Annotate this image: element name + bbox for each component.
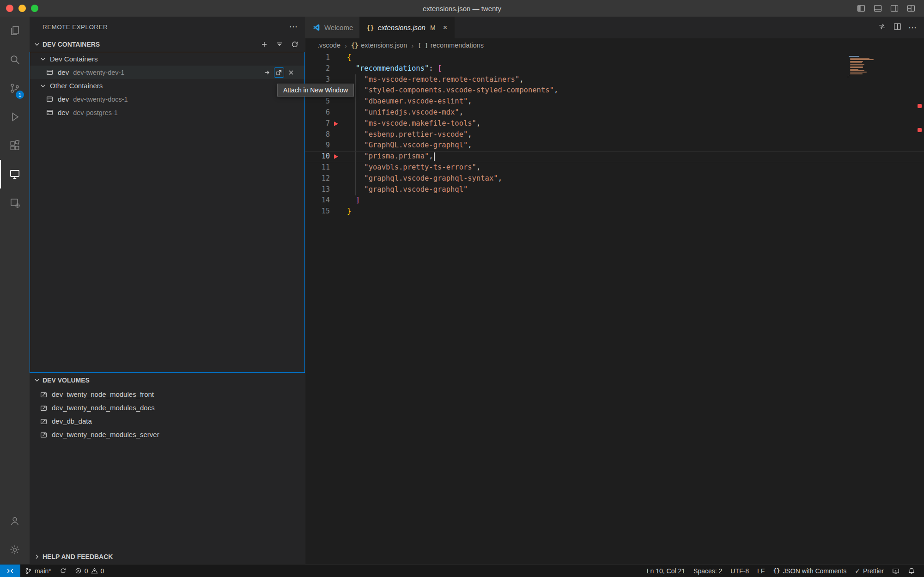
tab-welcome[interactable]: Welcome <box>305 17 360 38</box>
remote-indicator[interactable] <box>0 565 20 577</box>
close-tab-icon[interactable]: × <box>443 24 448 31</box>
indentation-status[interactable]: Spaces: 2 <box>689 567 726 575</box>
stop-container-icon[interactable] <box>286 67 296 78</box>
minimap-line <box>850 66 863 67</box>
volume-row[interactable]: dev_twenty_node_modules_server <box>30 428 305 441</box>
minimap-line <box>848 76 848 77</box>
more-actions-icon[interactable]: ⋯ <box>908 24 917 32</box>
section-dev-volumes-header[interactable]: DEV VOLUMES <box>30 373 305 388</box>
notifications-bell-icon[interactable] <box>904 567 919 575</box>
new-container-icon[interactable] <box>259 39 270 50</box>
git-branch-status[interactable]: main* <box>20 565 55 577</box>
eol-status[interactable]: LF <box>753 567 769 575</box>
code-text: "esbenp.prettier-vscode", <box>347 129 472 140</box>
filter-icon[interactable] <box>274 39 285 50</box>
source-control-icon[interactable]: 1 <box>0 74 30 103</box>
code-line[interactable]: 1{ <box>305 52 924 63</box>
minimap[interactable] <box>848 55 915 78</box>
code-line[interactable]: 8 "esbenp.prettier-vscode", <box>305 129 924 140</box>
modified-line-marker <box>334 154 338 159</box>
container-icon <box>46 95 54 103</box>
section-dev-containers-header[interactable]: DEV CONTAINERS <box>30 37 305 52</box>
volume-row[interactable]: dev_twenty_node_modules_front <box>30 388 305 401</box>
tab-extensions-json[interactable]: {} extensions.json M × <box>360 17 454 38</box>
fullscreen-window-button[interactable] <box>31 5 38 12</box>
container-icon <box>46 109 54 116</box>
section-help-feedback-header[interactable]: HELP AND FEEDBACK <box>30 549 305 564</box>
tab-label: Welcome <box>324 24 353 31</box>
explorer-icon[interactable] <box>0 17 30 45</box>
tab-label: extensions.json <box>378 24 426 31</box>
refresh-icon[interactable] <box>289 39 300 50</box>
code-line[interactable]: 14 ] <box>305 195 924 206</box>
code-line[interactable]: 9 "GraphQL.vscode-graphql", <box>305 140 924 151</box>
encoding-status[interactable]: UTF-8 <box>726 567 753 575</box>
sync-changes-status[interactable] <box>55 565 71 577</box>
code-line[interactable]: 6 "unifiedjs.vscode-mdx", <box>305 107 924 118</box>
container-row-dev-twenty-dev-1[interactable]: dev dev-twenty-dev-1 <box>30 66 304 79</box>
toggle-secondary-sidebar-icon[interactable] <box>890 4 899 13</box>
breadcrumb-folder[interactable]: .vscode <box>317 42 340 49</box>
toggle-sidebar-icon[interactable] <box>857 4 866 13</box>
container-description: dev-twenty-docs-1 <box>73 96 128 103</box>
code-text: "dbaeumer.vscode-eslint", <box>347 96 472 107</box>
cursor-position-status[interactable]: Ln 10, Col 21 <box>643 567 689 575</box>
minimap-line <box>850 69 858 70</box>
containers-icon[interactable] <box>0 188 30 217</box>
code-line[interactable]: 13 "graphql.vscode-graphql" <box>305 184 924 195</box>
tree-group-other-containers[interactable]: Other Containers <box>30 79 304 92</box>
container-row-dev-twenty-docs-1[interactable]: dev dev-twenty-docs-1 <box>30 92 304 106</box>
editor-area: Welcome {} extensions.json M × ⋯ .vscode <box>305 17 924 564</box>
attach-in-new-window-icon[interactable] <box>274 67 284 78</box>
remote-icon <box>6 567 14 575</box>
code-text: "graphql.vscode-graphql-syntax", <box>347 173 502 184</box>
accounts-icon[interactable] <box>0 507 30 535</box>
code-editor[interactable]: 1{2 "recommendations": [3 "ms-vscode-rem… <box>305 52 924 564</box>
sync-icon <box>60 567 67 574</box>
open-changes-icon[interactable] <box>878 22 887 33</box>
code-line[interactable]: 11 "yoavbls.pretty-ts-errors", <box>305 162 924 173</box>
remote-explorer-icon[interactable] <box>0 160 30 188</box>
code-line[interactable]: 10 "prisma.prisma", <box>305 151 924 162</box>
minimize-window-button[interactable] <box>18 5 26 12</box>
braces-icon: {} <box>773 567 780 574</box>
customize-layout-icon[interactable] <box>906 4 916 13</box>
formatter-status[interactable]: ✓ Prettier <box>851 567 888 575</box>
toggle-panel-icon[interactable] <box>873 4 882 13</box>
container-name: dev <box>58 68 69 76</box>
minimap-line <box>850 64 864 65</box>
minimap-line <box>850 61 863 62</box>
extensions-icon[interactable] <box>0 131 30 160</box>
code-line[interactable]: 15} <box>305 206 924 217</box>
sidebar-remote-explorer: REMOTE EXPLORER ⋯ DEV CONTAINERS Dev Con… <box>30 17 305 564</box>
breadcrumb-symbol[interactable]: [ ] recommendations <box>418 42 484 49</box>
warning-icon <box>91 567 98 574</box>
minimap-line <box>850 59 874 60</box>
code-line[interactable]: 12 "graphql.vscode-graphql-syntax", <box>305 173 924 184</box>
attach-to-container-icon[interactable] <box>262 67 272 78</box>
language-mode-status[interactable]: {} JSON with Comments <box>769 567 851 575</box>
container-row-dev-postgres-1[interactable]: dev dev-postgres-1 <box>30 106 304 119</box>
settings-gear-icon[interactable] <box>0 535 30 564</box>
minimap-line <box>850 58 870 59</box>
line-number: 14 <box>305 195 347 206</box>
run-debug-icon[interactable] <box>0 103 30 131</box>
volume-row[interactable]: dev_twenty_node_modules_docs <box>30 401 305 414</box>
search-icon[interactable] <box>0 45 30 74</box>
section-title: DEV VOLUMES <box>43 377 90 384</box>
code-line[interactable]: 5 "dbaeumer.vscode-eslint", <box>305 96 924 107</box>
breadcrumb-file[interactable]: {} extensions.json <box>351 42 407 49</box>
container-icon <box>46 68 54 76</box>
volume-row[interactable]: dev_db_data <box>30 414 305 428</box>
tree-group-dev-containers[interactable]: Dev Containers <box>30 52 304 66</box>
split-editor-icon[interactable] <box>893 22 902 33</box>
code-line[interactable]: 2 "recommendations": [ <box>305 63 924 74</box>
code-line[interactable]: 4 "styled-components.vscode-styled-compo… <box>305 85 924 96</box>
volume-icon <box>40 417 48 425</box>
code-line[interactable]: 7 "ms-vscode.makefile-tools", <box>305 118 924 129</box>
code-line[interactable]: 3 "ms-vscode-remote.remote-containers", <box>305 74 924 85</box>
problems-status[interactable]: 0 0 <box>71 565 109 577</box>
screencast-icon[interactable] <box>888 567 904 575</box>
close-window-button[interactable] <box>6 5 13 12</box>
more-actions-icon[interactable]: ⋯ <box>289 23 298 31</box>
